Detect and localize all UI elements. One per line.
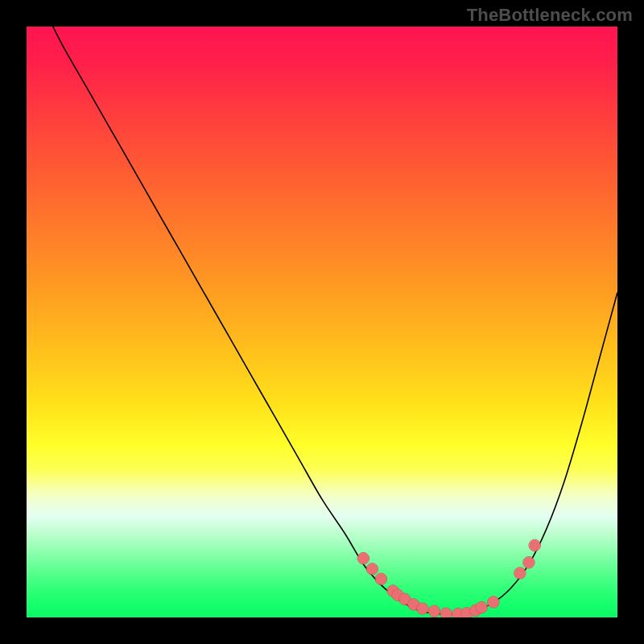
highlight-dot [429,605,440,617]
watermark-text: TheBottleneck.com [467,5,633,26]
highlight-dot [358,553,369,564]
bottleneck-curve [44,27,617,614]
chart-frame: TheBottleneck.com [0,0,644,644]
curve-svg [27,27,617,617]
highlight-dot [523,557,535,568]
highlight-dot [367,564,378,575]
highlight-dot [417,603,428,614]
highlight-dot [476,602,487,613]
plot-area [27,27,617,617]
highlight-dots-group [357,539,540,617]
highlight-dot [376,573,387,584]
highlight-dot [514,568,526,579]
highlight-dot [529,540,540,551]
highlight-dot [488,597,499,608]
